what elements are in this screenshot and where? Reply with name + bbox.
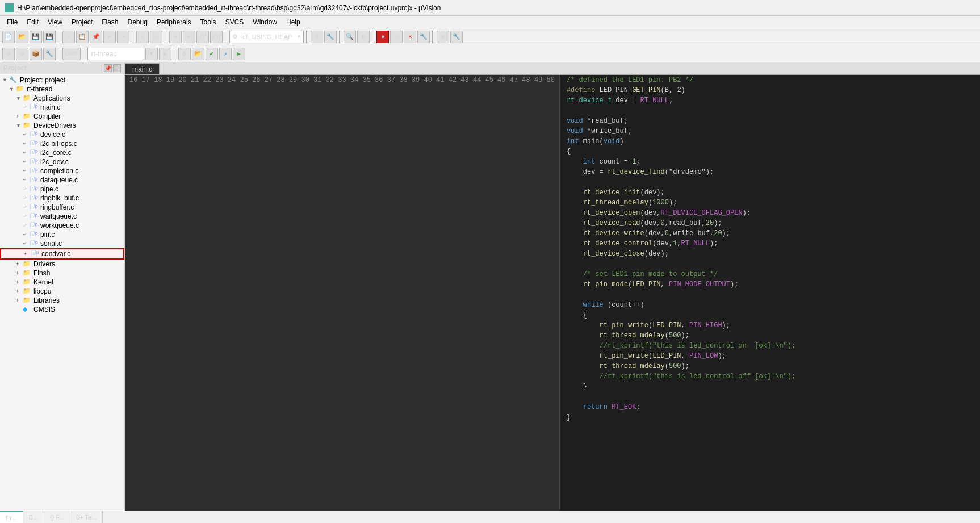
undo-btn[interactable]: ↩ — [103, 31, 116, 43]
search2-btn[interactable]: ◐ — [357, 31, 370, 43]
menu-item-edit[interactable]: Edit — [22, 17, 43, 27]
tree-item-libraries[interactable]: +📁Libraries — [0, 296, 124, 305]
menu-item-file[interactable]: File — [2, 17, 22, 27]
toggle-rt-thread[interactable]: ▼ — [9, 86, 16, 92]
tree-item-i2c_core.c[interactable]: +📄⚙i2c_core.c — [0, 148, 124, 157]
copy-btn[interactable]: 📋 — [76, 31, 89, 43]
redo-btn[interactable]: ↪ — [117, 31, 129, 43]
menu-item-flash[interactable]: Flash — [97, 17, 123, 27]
toggle-pipe.c[interactable]: + — [23, 186, 30, 192]
tree-item-serial.c[interactable]: +📄⚙serial.c — [0, 239, 124, 248]
menu-item-help[interactable]: Help — [282, 17, 305, 27]
bottom-tab-3[interactable]: 0+ Te... — [70, 511, 103, 524]
uncomment-btn[interactable]: // — [210, 31, 223, 43]
config-dropdown[interactable]: ⚙ RT_USING_HEAP ▼ — [229, 31, 304, 43]
menu-item-svcs[interactable]: SVCS — [221, 17, 249, 27]
toggle-main.c[interactable]: + — [23, 104, 30, 110]
open-file2-btn[interactable]: 📂 — [192, 48, 204, 60]
build3-btn[interactable]: 📦 — [30, 48, 42, 60]
debug-run-btn[interactable]: ▶ — [159, 48, 171, 60]
toggle-applications[interactable]: ▼ — [16, 95, 23, 101]
ext2-btn[interactable]: 🔧 — [417, 31, 430, 43]
comment-btn[interactable]: // — [196, 31, 209, 43]
tree-item-rt-thread[interactable]: ▼📁rt-thread — [0, 85, 124, 94]
tree-item-drivers[interactable]: +📁Drivers — [0, 260, 124, 269]
save-all-btn[interactable]: 💾 — [43, 31, 56, 43]
arrow-btn[interactable]: ↗ — [219, 48, 232, 60]
load-btn[interactable]: ⬇ — [311, 31, 323, 43]
tree-item-i2c-bit-ops.c[interactable]: +📄⚙i2c-bit-ops.c — [0, 139, 124, 148]
load-firmware-btn[interactable]: LOAD — [62, 48, 81, 60]
menu-item-debug[interactable]: Debug — [123, 17, 152, 27]
menu-item-peripherals[interactable]: Peripherals — [152, 17, 196, 27]
unindent-btn[interactable]: ⇤ — [183, 31, 195, 43]
toggle-waitqueue.c[interactable]: + — [23, 214, 30, 219]
toggle-finsh[interactable]: + — [16, 270, 23, 276]
tree-item-device.c[interactable]: +📄⚙device.c — [0, 130, 124, 139]
toggle-i2c_core.c[interactable]: + — [23, 150, 30, 156]
tree-item-compiler[interactable]: +📁Compiler — [0, 112, 124, 121]
toggle-serial.c[interactable]: + — [23, 241, 30, 246]
toggle-workqueue.c[interactable]: + — [23, 223, 30, 228]
stop-btn[interactable]: ● — [376, 31, 389, 43]
build4-btn[interactable]: 🔧 — [43, 48, 56, 60]
menu-item-project[interactable]: Project — [67, 17, 97, 27]
toggle-condvar.c[interactable]: + — [24, 251, 31, 257]
code-text[interactable]: /* defined the LED1 pin: PB2 */ #define … — [560, 75, 980, 511]
toggle-kernel[interactable]: + — [16, 279, 23, 285]
toggle-devicedrivers[interactable]: ▼ — [16, 123, 23, 128]
run-btn[interactable]: ▶ — [233, 48, 245, 60]
settings-btn[interactable]: 🔧 — [450, 31, 463, 43]
check-btn[interactable]: ✔ — [206, 48, 218, 60]
tab-main-c[interactable]: main.c — [125, 63, 160, 74]
tree-item-kernel[interactable]: +📁Kernel — [0, 278, 124, 287]
tree-item-workqueue.c[interactable]: +📄⚙workqueue.c — [0, 221, 124, 230]
nav-back-btn[interactable]: ← — [136, 31, 149, 43]
toggle-root[interactable]: ▼ — [2, 77, 9, 83]
pause-btn[interactable]: ○ — [390, 31, 403, 43]
indent-btn[interactable]: ⇥ — [169, 31, 182, 43]
build2-btn[interactable]: ⚙ — [16, 48, 28, 60]
pin-icon[interactable]: 📌 — [104, 64, 112, 72]
tree-item-pin.c[interactable]: +📄⚙pin.c — [0, 230, 124, 239]
toggle-ringbuffer.c[interactable]: + — [23, 204, 30, 210]
toggle-i2c-bit-ops.c[interactable]: + — [23, 141, 30, 147]
tree-item-ringblk_buf.c[interactable]: +📄⚙ringblk_buf.c — [0, 194, 124, 203]
code-content[interactable]: 16 17 18 19 20 21 22 23 24 25 26 27 28 2… — [125, 75, 980, 511]
reset-btn[interactable]: ✕ — [404, 31, 416, 43]
tree-item-applications[interactable]: ▼📁Applications — [0, 94, 124, 103]
toggle-device.c[interactable]: + — [23, 132, 30, 137]
close-icon[interactable]: ✕ — [113, 64, 121, 72]
ext1-btn[interactable]: 🔧 — [324, 31, 337, 43]
new-file-btn[interactable]: 📄 — [2, 31, 15, 43]
toggle-compiler[interactable]: + — [16, 114, 23, 119]
search-btn[interactable]: 🔍 — [344, 31, 356, 43]
tree-item-condvar.c[interactable]: +📄⚙condvar.c — [0, 248, 124, 260]
toggle-ringblk_buf.c[interactable]: + — [23, 195, 30, 201]
tree-item-root[interactable]: ▼🔧Project: project — [0, 76, 124, 85]
tree-item-pipe.c[interactable]: +📄⚙pipe.c — [0, 185, 124, 194]
tree-item-ringbuffer.c[interactable]: +📄⚙ringbuffer.c — [0, 203, 124, 212]
tree-item-devicedrivers[interactable]: ▼📁DeviceDrivers — [0, 121, 124, 130]
toggle-libraries[interactable]: + — [16, 298, 23, 303]
build-target-btn[interactable]: ⚙ — [2, 48, 15, 60]
bottom-tab-1[interactable]: B... — [23, 511, 45, 524]
toggle-dataqueue.c[interactable]: + — [23, 177, 30, 183]
toggle-i2c_dev.c[interactable]: + — [23, 159, 30, 165]
tree-item-main.c[interactable]: +📄⚙main.c — [0, 103, 124, 112]
nav-fwd-btn[interactable]: → — [150, 31, 162, 43]
open-file-btn[interactable]: 📂 — [16, 31, 28, 43]
toggle-pin.c[interactable]: + — [23, 232, 30, 237]
tree-item-dataqueue.c[interactable]: +📄⚙dataqueue.c — [0, 175, 124, 185]
menu-item-window[interactable]: Window — [248, 17, 282, 27]
cut-btn[interactable]: ✂ — [62, 31, 75, 43]
toggle-drivers[interactable]: + — [16, 261, 23, 267]
bottom-tab-0[interactable]: Pr... — [0, 511, 23, 524]
target-options-btn[interactable]: ⚙ — [178, 48, 191, 60]
paste-btn[interactable]: 📌 — [90, 31, 102, 43]
tree-item-cmsis[interactable]: ◆CMSIS — [0, 305, 124, 314]
window-btn[interactable]: ⊞ — [437, 31, 449, 43]
menu-item-view[interactable]: View — [43, 17, 67, 27]
toggle-completion.c[interactable]: + — [23, 168, 30, 174]
toggle-libcpu[interactable]: + — [16, 288, 23, 294]
